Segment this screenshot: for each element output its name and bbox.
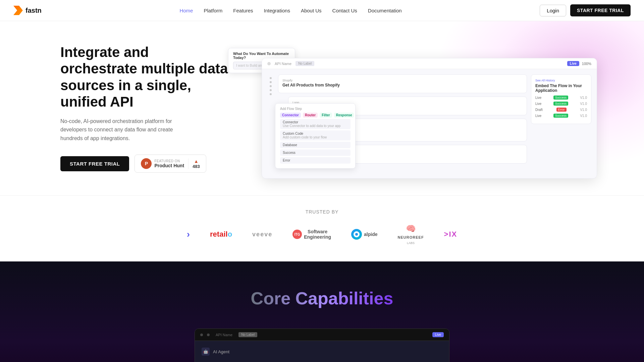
veeve-logo-text: veeve <box>252 231 272 238</box>
ph-arrow-icon: ▲ <box>194 159 199 164</box>
response-chip: Response <box>334 113 354 118</box>
nav-features[interactable]: Features <box>233 8 253 13</box>
hero-title: Integrate and orchestrate multiple data … <box>60 44 228 110</box>
logo-icon <box>13 6 23 15</box>
core-body: 🤖 AI Agent <box>195 341 449 362</box>
logo-retailo: retailo <box>210 230 232 239</box>
live-badge: Live <box>567 61 579 66</box>
sidebar-dot-3 <box>270 85 272 87</box>
alpide-inner <box>354 231 360 237</box>
floating-step-card: Add Flow Step Connector Router Filter Re… <box>275 103 356 169</box>
nav-integrations[interactable]: Integrations <box>264 8 290 13</box>
sidebar-dot-1 <box>270 77 272 79</box>
core-mockup-bar: API Name No Label Live <box>195 329 449 341</box>
connector-block: ConnectorUse Connector to add data to yo… <box>280 119 351 129</box>
step-label: Add Flow Step <box>280 107 351 111</box>
neuroreef-sub: LABS <box>407 241 415 245</box>
hero-section: Integrate and orchestrate multiple data … <box>0 21 644 195</box>
core-no-label: No Label <box>238 332 257 337</box>
neuroreef-text: NEUROREEF <box>398 235 424 239</box>
hero-trial-button[interactable]: START FREE TRIAL <box>60 156 129 171</box>
logo-itg: ITG SoftwareEngineering <box>292 229 331 240</box>
success-step-block: Success <box>280 149 351 156</box>
nav-links: Home Platform Features Integrations Abou… <box>179 8 401 13</box>
core-agent-label: AI Agent <box>213 349 229 354</box>
ph-featured-label: FEATURED ON <box>154 159 184 163</box>
trusted-label: TRUSTED BY <box>0 209 644 215</box>
row4-env: Live <box>535 114 541 118</box>
panel-row-4: Live Success V1.0 <box>535 114 587 118</box>
row1-ver: V1.0 <box>580 96 587 100</box>
row3-ver: V1.0 <box>580 108 587 112</box>
row2-env: Live <box>535 102 541 106</box>
row2-status: Success <box>553 102 568 106</box>
step-chips-row: Connector Router Filter Response <box>280 113 351 118</box>
nav-contact[interactable]: Contact Us <box>332 8 357 13</box>
nav-actions: Login START FREE TRIAL <box>540 4 631 16</box>
product-hunt-icon: P <box>141 158 152 169</box>
navbar: fastn Home Platform Features Integration… <box>0 0 644 21</box>
nav-trial-button[interactable]: START FREE TRIAL <box>570 4 631 16</box>
logo-alpide: alpide <box>351 229 377 240</box>
nav-docs[interactable]: Documentation <box>368 8 402 13</box>
alpide-icon <box>351 229 362 240</box>
login-button[interactable]: Login <box>540 5 566 16</box>
core-title: Core Capabilities <box>251 288 393 308</box>
logo-pix: >IX <box>444 230 458 239</box>
nav-platform[interactable]: Platform <box>204 8 222 13</box>
nav-about[interactable]: About Us <box>301 8 322 13</box>
logo-veeve: veeve <box>252 231 272 238</box>
neuroreef-icon: 🧠 <box>406 224 416 233</box>
product-hunt-count: ▲ 483 <box>188 159 200 169</box>
row4-status: Success <box>553 114 568 118</box>
logo[interactable]: fastn <box>13 6 42 15</box>
row4-ver: V1.0 <box>580 114 587 118</box>
core-mockup-preview: API Name No Label Live 🤖 AI Agent <box>195 328 449 362</box>
trusted-section: TRUSTED BY › retailo veeve ITG SoftwareE… <box>0 195 644 261</box>
alpide-text: alpide <box>364 232 377 237</box>
hero-content: Integrate and orchestrate multiple data … <box>60 44 228 173</box>
percent-label: 100% <box>582 62 591 66</box>
sidebar-dot-5 <box>270 93 272 95</box>
core-section: Core Capabilities API Name No Label Live… <box>0 261 644 362</box>
hero-actions: START FREE TRIAL P FEATURED ON Product H… <box>60 155 228 173</box>
row2-ver: V1.0 <box>580 102 587 106</box>
chevron-logo-text: › <box>187 229 190 240</box>
mockup-sidebar <box>267 74 274 170</box>
no-label-badge: No Label <box>296 61 314 66</box>
logo-text: fastn <box>25 7 42 14</box>
core-live-badge: Live <box>432 332 444 337</box>
filter-chip: Filter <box>320 113 332 118</box>
nav-home[interactable]: Home <box>179 8 193 13</box>
sidebar-dot-2 <box>270 81 272 83</box>
core-agent-icon: 🤖 <box>202 348 210 356</box>
logo-neuroreef: 🧠 NEUROREEF LABS <box>398 224 424 245</box>
embed-panel-title: Embed The Flow in Your Application <box>535 83 587 93</box>
custom-code-block: Custom CodeAdd custom code to your flow <box>280 130 351 140</box>
see-history-link[interactable]: See All History <box>535 79 587 82</box>
shopify-title: Get All Products from Shopify <box>282 83 523 87</box>
toolbar-dot <box>267 62 271 65</box>
row3-env: Draft <box>535 108 543 112</box>
mockup-right-panel: See All History Embed The Flow in Your A… <box>531 74 591 170</box>
logo-chevron: › <box>187 229 190 240</box>
shopify-label: Shopify <box>282 79 523 82</box>
row1-status: Success <box>553 96 568 100</box>
panel-row-2: Live Success V1.0 <box>535 102 587 106</box>
core-agent-row: 🤖 AI Agent <box>202 348 442 356</box>
core-dot-1 <box>200 334 203 336</box>
product-hunt-badge[interactable]: P FEATURED ON Product Hunt ▲ 483 <box>135 155 206 173</box>
pix-logo-text: >IX <box>444 230 458 239</box>
sidebar-dot-4 <box>270 89 272 91</box>
router-chip: Router <box>303 113 318 118</box>
ph-name-label: Product Hunt <box>154 163 184 168</box>
hero-description: No-code, AI-powered orchestration platfo… <box>60 117 195 143</box>
panel-row-3: Draft Error V1.0 <box>535 108 587 112</box>
shopify-card: Shopify Get All Products from Shopify <box>278 74 527 93</box>
row1-env: Live <box>535 96 541 100</box>
product-hunt-text: FEATURED ON Product Hunt <box>154 159 184 168</box>
database-block: Database <box>280 142 351 148</box>
mockup-toolbar: API Name No Label Live 100% <box>262 58 597 69</box>
api-name-label: API Name <box>275 62 291 66</box>
retailo-logo-text: retailo <box>210 230 232 239</box>
